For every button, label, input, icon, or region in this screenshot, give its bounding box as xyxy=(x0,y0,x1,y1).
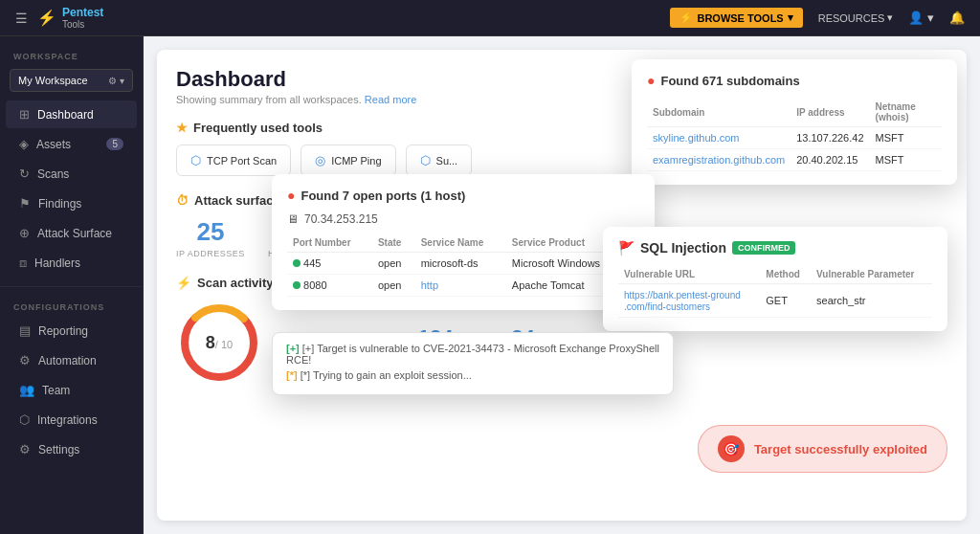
toast-message: Target successfully exploited xyxy=(754,442,927,456)
sidebar-item-label: Handlers xyxy=(34,256,80,270)
bell-icon[interactable]: 🔔 xyxy=(949,11,965,25)
reporting-icon: ▤ xyxy=(19,323,31,338)
vuln-url-link[interactable]: https://bank.pentest-ground.com/find-cus… xyxy=(624,290,741,312)
sidebar-item-dashboard[interactable]: ⊞ Dashboard xyxy=(6,100,137,128)
cve-line-2: [*] [*] Trying to gain an exploit sessio… xyxy=(286,369,659,381)
settings-icon: ⚙ xyxy=(19,442,31,456)
logo-line2: Tools xyxy=(62,19,103,30)
sidebar-item-label: Settings xyxy=(38,443,79,456)
error-icon: ● xyxy=(647,73,655,88)
subdomains-card: ● Found 671 subdomains Subdomain IP addr… xyxy=(632,59,957,185)
chevron-down-icon: ▾ xyxy=(887,11,893,24)
assets-icon: ◈ xyxy=(19,137,29,151)
workspace-name: My Workspace xyxy=(18,75,88,86)
port-cell: 8080 xyxy=(287,275,372,297)
sidebar-item-findings[interactable]: ⚑ Findings xyxy=(6,189,137,217)
tool-icon: ⬡ xyxy=(190,153,201,167)
gauge-value: 8 xyxy=(206,333,215,352)
netname-cell: MSFT xyxy=(870,149,942,171)
workspace-selector[interactable]: My Workspace ⚙ ▾ xyxy=(10,69,133,92)
gauge-text: 8/ 10 xyxy=(206,333,233,353)
col-url: Vulnerable URL xyxy=(618,265,760,284)
cve-card: [+] [+] Target is vulnerable to CVE-2021… xyxy=(272,332,674,395)
col-ip: IP address xyxy=(791,98,869,127)
nav-right: ⚡ BROWSE TOOLS ▾ RESOURCES ▾ 👤 ▾ 🔔 xyxy=(670,8,965,28)
browse-tools-button[interactable]: ⚡ BROWSE TOOLS ▾ xyxy=(670,8,802,28)
success-toast: 🎯 Target successfully exploited xyxy=(698,425,947,473)
param-cell: search_str xyxy=(811,284,932,318)
stat-ip-addresses: 25 IP ADDRESSES xyxy=(176,217,245,258)
method-cell: GET xyxy=(760,284,811,318)
status-dot xyxy=(293,281,301,289)
tool-label: TCP Port Scan xyxy=(207,155,277,167)
sidebar-item-team[interactable]: 👥 Team xyxy=(6,376,137,404)
error-icon: ● xyxy=(287,188,295,203)
sidebar: WORKSPACE My Workspace ⚙ ▾ ⊞ Dashboard ◈… xyxy=(0,36,144,534)
ports-card-title: Found 7 open ports (1 host) xyxy=(301,189,465,203)
workspace-chevron-icon: ⚙ ▾ xyxy=(108,76,124,86)
sidebar-item-automation[interactable]: ⚙ Automation xyxy=(6,346,137,374)
monitor-icon: 🖥 xyxy=(287,212,299,226)
sidebar-item-label: Automation xyxy=(38,354,97,367)
cve-line-1: [+] [+] Target is vulnerable to CVE-2021… xyxy=(286,343,659,366)
port-cell: 445 xyxy=(287,253,372,275)
ports-host: 🖥 70.34.253.215 xyxy=(287,212,639,226)
tool-label: ICMP Ping xyxy=(331,155,381,167)
assets-badge: 5 xyxy=(106,138,123,150)
tool-icon: ⬡ xyxy=(420,153,431,167)
tool-icmp-ping[interactable]: ◎ ICMP Ping xyxy=(301,145,395,176)
gauge: 8/ 10 xyxy=(176,300,262,386)
sidebar-item-scans[interactable]: ↻ Scans xyxy=(6,160,137,188)
logo-line1: Pentest xyxy=(62,6,103,19)
sidebar-item-reporting[interactable]: ▤ Reporting xyxy=(6,317,137,345)
sidebar-item-assets[interactable]: ◈ Assets 5 xyxy=(6,130,137,158)
sidebar-item-attack-surface[interactable]: ⊕ Attack Surface xyxy=(6,219,137,247)
sidebar-item-integrations[interactable]: ⬡ Integrations xyxy=(6,406,137,434)
http-link[interactable]: http xyxy=(421,279,438,291)
sidebar-item-settings[interactable]: ⚙ Settings xyxy=(6,435,137,463)
sidebar-item-label: Scans xyxy=(37,167,69,181)
attack-surface-icon: ⊕ xyxy=(19,226,30,240)
col-subdomain: Subdomain xyxy=(647,98,791,127)
read-more-link[interactable]: Read more xyxy=(365,94,416,105)
tool-tcp-port-scan[interactable]: ⬡ TCP Port Scan xyxy=(176,145,291,176)
logo-icon: ⚡ xyxy=(37,9,56,27)
table-row: 8080 open http Apache Tomcat xyxy=(287,275,639,297)
sql-card-title: SQL Injection xyxy=(640,240,726,256)
dashboard-panel: Dashboard Showing summary from all works… xyxy=(157,50,967,521)
integrations-icon: ⬡ xyxy=(19,412,30,427)
sidebar-item-handlers[interactable]: ⧈ Handlers xyxy=(6,249,137,278)
table-row: 445 open microsoft-ds Microsoft Windows … xyxy=(287,253,639,275)
sidebar-item-label: Team xyxy=(42,384,70,397)
confirmed-badge: CONFIRMED xyxy=(732,241,796,255)
table-row: skyline.github.com 13.107.226.42 MSFT xyxy=(647,127,942,149)
logo-text: Pentest Tools xyxy=(62,6,103,30)
sql-card-header: 🚩 SQL Injection CONFIRMED xyxy=(618,240,932,256)
nav-left: ☰ ⚡ Pentest Tools xyxy=(15,6,103,30)
col-param: Vulnerable Parameter xyxy=(811,265,932,284)
sidebar-item-label: Dashboard xyxy=(37,108,94,122)
sidebar-item-label: Attack Surface xyxy=(37,227,112,240)
automation-icon: ⚙ xyxy=(19,353,31,367)
subdomains-card-header: ● Found 671 subdomains xyxy=(647,73,942,88)
scans-icon: ↻ xyxy=(19,167,30,181)
subdomains-table: Subdomain IP address Netname (whois) sky… xyxy=(647,98,942,171)
resources-link[interactable]: RESOURCES ▾ xyxy=(818,11,894,24)
ip-cell: 13.107.226.42 xyxy=(791,127,869,149)
tool-subdomain[interactable]: ⬡ Su... xyxy=(406,145,473,176)
sidebar-item-label: Assets xyxy=(36,138,71,151)
table-row: https://bank.pentest-ground.com/find-cus… xyxy=(618,284,932,318)
subdomain-link[interactable]: skyline.github.com xyxy=(653,132,740,144)
team-icon: 👥 xyxy=(19,383,34,397)
dashboard-icon: ⊞ xyxy=(19,107,30,122)
hamburger-icon[interactable]: ☰ xyxy=(15,11,28,26)
subdomain-link[interactable]: examregistration.github.com xyxy=(653,154,785,166)
sidebar-item-label: Integrations xyxy=(37,413,98,427)
col-netname: Netname (whois) xyxy=(870,98,942,127)
sql-table: Vulnerable URL Method Vulnerable Paramet… xyxy=(618,265,932,318)
ports-card-header: ● Found 7 open ports (1 host) xyxy=(287,188,639,203)
user-icon[interactable]: 👤 ▾ xyxy=(908,11,934,25)
host-address: 70.34.253.215 xyxy=(304,212,378,226)
logo: ⚡ Pentest Tools xyxy=(37,6,103,30)
ip-cell: 20.40.202.15 xyxy=(791,149,869,171)
